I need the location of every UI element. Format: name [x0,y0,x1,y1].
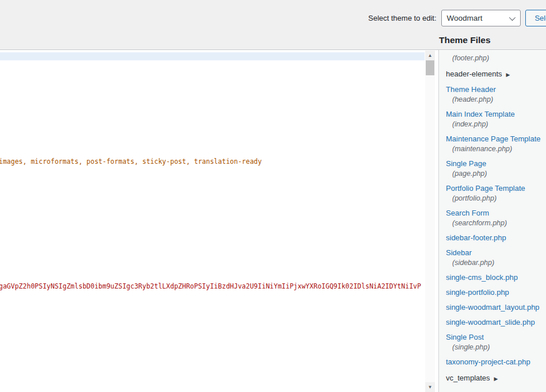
scroll-down-icon[interactable]: ▼ [425,382,435,392]
file-link-index[interactable]: Main Index Template [446,110,546,119]
list-item-main-index: Main Index Template (index.php) [446,110,546,129]
file-link-footer[interactable]: Theme Footer [446,51,546,53]
theme-files-list: Theme Footer (footer.php) header-element… [439,51,546,392]
file-name-single: (single.php) [446,343,546,352]
list-item-search-form: Search Form (searchform.php) [446,209,546,228]
file-name-header: (header.php) [446,95,546,104]
list-item-single-woodmart-slide: single-woodmart_slide.php [446,318,546,327]
list-item-single-portfolio: single-portfolio.php [446,288,546,297]
file-link-single[interactable]: Single Post [446,333,546,342]
file-link-portfolio[interactable]: Portfolio Page Template [446,184,546,193]
select-theme-button[interactable]: Select [525,10,546,26]
file-name-portfolio: (portfolio.php) [446,194,546,203]
file-name-sidebar: (sidebar.php) [446,259,546,267]
list-item-sidebar-footer: sidebar-footer.php [446,233,546,243]
list-item-single-post: Single Post (single.php) [446,333,546,352]
theme-files-title: Theme Files [439,35,491,45]
file-link-single-portfolio[interactable]: single-portfolio.php [446,288,546,297]
code-line-string: gaGVpZ2h0PSIyNSIgZmlsbD0ibm9uZSIgc3Ryb2t… [0,282,421,290]
select-theme-label: Select theme to edit: [368,14,437,22]
list-item-sidebar: Sidebar (sidebar.php) [446,248,546,267]
file-link-maintenance[interactable]: Maintenance Page Template [446,134,546,144]
theme-select-dropdown[interactable]: Woodmart [441,10,521,26]
list-item-maintenance: Maintenance Page Template (maintenance.p… [446,134,546,153]
file-link-page[interactable]: Single Page [446,159,546,168]
list-item-theme-footer: Theme Footer (footer.php) [446,51,546,63]
folder-expand-icon: ▶ [494,376,498,382]
file-link-searchform[interactable]: Search Form [446,209,546,218]
list-item-portfolio: Portfolio Page Template (portfolio.php) [446,184,546,203]
folder-vc-templates[interactable]: vc_templates▶ [446,374,498,382]
file-link-single-woodmart-slide[interactable]: single-woodmart_slide.php [446,318,546,327]
file-name-page: (page.php) [446,170,546,178]
list-item-single-cms-block: single-cms_block.php [446,273,546,282]
file-link-sidebar[interactable]: Sidebar [446,248,546,258]
list-item-vc-templates: vc_templates▶ [446,372,546,383]
file-link-single-woodmart-layout[interactable]: single-woodmart_layout.php [446,303,546,312]
list-item-header-elements: header-elements▶ [446,68,546,79]
code-editor[interactable]: images, microformats, post-formats, stic… [0,51,425,392]
list-item-single-page: Single Page (page.php) [446,159,546,178]
topbar: Select theme to edit: Woodmart Select Th… [0,0,546,50]
list-item-theme-header: Theme Header (header.php) [446,85,546,104]
list-item-taxonomy-project-cat: taxonomy-project-cat.php [446,358,546,367]
file-link-single-cms-block[interactable]: single-cms_block.php [446,273,546,282]
editor-active-line-highlight [0,52,425,60]
list-item-single-woodmart-layout: single-woodmart_layout.php [446,303,546,312]
chevron-down-icon [509,14,515,21]
folder-header-elements[interactable]: header-elements▶ [446,70,510,78]
file-name-footer: (footer.php) [446,54,546,63]
scrollbar-thumb[interactable] [426,60,434,75]
file-link-taxonomy-project-cat[interactable]: taxonomy-project-cat.php [446,358,546,367]
theme-select-value: Woodmart [447,14,483,22]
folder-expand-icon: ▶ [506,72,510,78]
file-name-searchform: (searchform.php) [446,219,546,228]
file-link-header[interactable]: Theme Header [446,85,546,94]
code-line-comment: images, microformats, post-formats, stic… [0,157,262,166]
theme-select-controls: Select theme to edit: Woodmart Select [368,10,546,26]
file-name-index: (index.php) [446,120,546,129]
scroll-up-icon[interactable]: ▲ [425,51,435,60]
file-link-sidebar-footer[interactable]: sidebar-footer.php [446,233,546,243]
editor-scrollbar[interactable]: ▲ ▼ [425,51,435,392]
file-name-maintenance: (maintenance.php) [446,145,546,153]
